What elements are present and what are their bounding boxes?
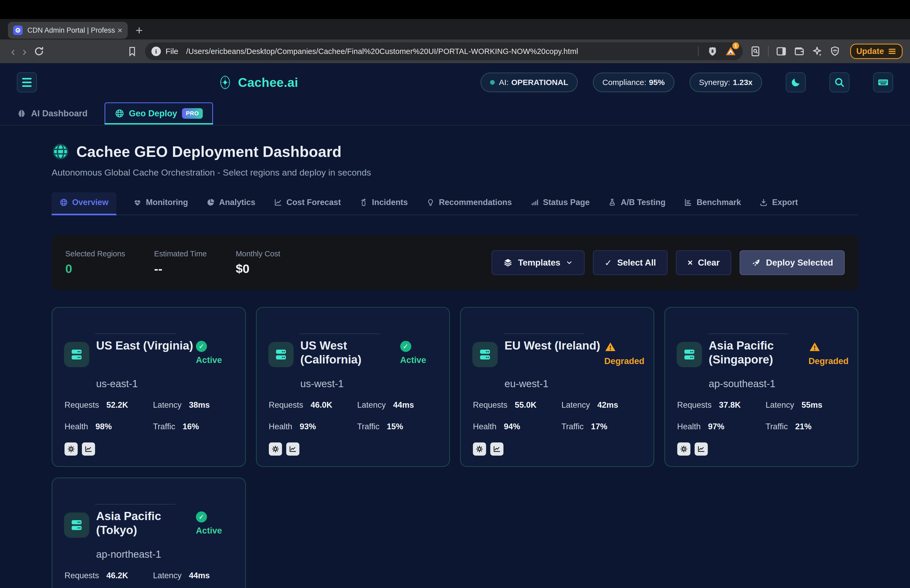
tab-label: Benchmark: [697, 198, 741, 207]
region-stats: Requests46.2K Latency44ms: [65, 571, 235, 580]
search-button[interactable]: [829, 73, 849, 92]
deploy-selected-button[interactable]: Deploy Selected: [740, 250, 845, 275]
warning-icon: [809, 341, 821, 353]
globe-icon: [115, 109, 124, 118]
select-all-button[interactable]: ✓ Select All: [593, 250, 668, 275]
layers-icon: [503, 258, 513, 267]
sidebar-icon[interactable]: [776, 45, 787, 57]
region-settings-button[interactable]: [677, 443, 690, 456]
info-icon[interactable]: i: [151, 47, 161, 56]
hamburger-menu-button[interactable]: [17, 73, 37, 92]
region-card-us-east[interactable]: US East (Virginia) ✓ Active us-east-1 Re…: [52, 307, 246, 467]
orbit-logo-icon: [218, 74, 232, 91]
server-icon: [64, 512, 89, 538]
region-id: ap-southeast-1: [709, 378, 776, 389]
server-icon: [268, 342, 294, 367]
region-stats: Requests55.0K Latency42ms Health94% Traf…: [473, 400, 643, 431]
wallet-icon[interactable]: [794, 45, 805, 57]
browser-tabstrip: CDN Admin Portal | Professiona × +: [0, 19, 910, 39]
tab-incidents[interactable]: Incidents: [358, 192, 409, 215]
server-icon: [677, 342, 702, 367]
tab-label: Cost Forecast: [286, 198, 341, 207]
region-card-us-west[interactable]: US West (California) ✓ Active us-west-1 …: [256, 307, 450, 467]
status-badge: ✓ Active: [400, 341, 426, 365]
download-icon: [760, 198, 768, 207]
region-settings-button[interactable]: [269, 443, 282, 456]
tab-ab-testing[interactable]: A/B Testing: [606, 192, 667, 215]
address-bar[interactable]: i File /Users/ericbeans/Desktop/Companie…: [145, 42, 743, 60]
pro-badge: PRO: [182, 108, 203, 119]
tab-cost-forecast[interactable]: Cost Forecast: [272, 192, 343, 215]
region-card-eu-west[interactable]: EU West (Ireland) Degraded eu-west-1 Req…: [460, 307, 654, 467]
tab-status-page[interactable]: Status Page: [529, 192, 591, 215]
region-analytics-button[interactable]: [82, 443, 95, 456]
nav-label: Geo Deploy: [129, 108, 177, 118]
tab-favicon-icon: [13, 26, 23, 35]
region-card-tokyo[interactable]: Asia Pacific (Tokyo) ✓ Active ap-northea…: [52, 477, 246, 588]
flask-icon: [608, 198, 616, 207]
keyboard-shortcuts-button[interactable]: [873, 73, 893, 92]
nav-item-ai-dashboard[interactable]: AI Dashboard: [17, 108, 88, 118]
templates-button[interactable]: Templates: [491, 250, 585, 275]
browser-tab[interactable]: CDN Admin Portal | Professiona ×: [8, 22, 128, 39]
new-tab-button[interactable]: +: [136, 23, 143, 37]
nav-item-geo-deploy[interactable]: Geo Deploy PRO: [105, 102, 213, 124]
tab-analytics[interactable]: Analytics: [205, 192, 257, 215]
synergy-badge: Synergy:1.23x: [690, 73, 762, 92]
region-name: US East (Virginia): [96, 339, 201, 353]
brave-rewards-icon[interactable]: 1: [725, 45, 737, 57]
brave-shield-icon[interactable]: [707, 46, 718, 57]
region-id: us-west-1: [301, 378, 344, 389]
divider: [698, 46, 698, 57]
update-button[interactable]: Update: [850, 44, 903, 59]
moon-icon: [790, 77, 801, 88]
region-settings-button[interactable]: [473, 443, 486, 456]
rewards-badge: 1: [732, 42, 739, 49]
region-settings-button[interactable]: [65, 443, 78, 456]
tab-title: CDN Admin Portal | Professiona: [27, 26, 115, 34]
region-analytics-button[interactable]: [695, 443, 708, 456]
card-divider: [503, 333, 584, 334]
server-icon: [64, 342, 89, 367]
ai-status-badge: AI:OPERATIONAL: [480, 73, 578, 92]
bookmark-icon[interactable]: [127, 46, 138, 57]
region-analytics-button[interactable]: [490, 443, 503, 456]
close-tab-icon[interactable]: ×: [118, 26, 123, 35]
find-in-page-icon[interactable]: [750, 45, 761, 57]
card-divider: [708, 333, 788, 334]
region-stats: Requests52.2K Latency38ms Health98% Traf…: [65, 400, 235, 431]
selected-regions-stat: Selected Regions 0: [65, 250, 125, 276]
leo-ai-sparkle-icon[interactable]: [811, 45, 823, 57]
app-header: Cachee.ai AI:OPERATIONAL Compliance:95% …: [0, 63, 910, 102]
primary-nav: AI Dashboard Geo Deploy PRO: [0, 102, 910, 126]
url-text[interactable]: /Users/ericbeans/Desktop/Companies/Cache…: [186, 47, 693, 56]
divider: [768, 46, 769, 57]
warning-icon: [604, 341, 616, 353]
tab-benchmark[interactable]: Benchmark: [682, 192, 742, 215]
tab-label: Incidents: [372, 198, 408, 207]
region-analytics-button[interactable]: [286, 443, 299, 456]
status-text: Degraded: [809, 356, 849, 366]
dashboard-tabs: Overview Monitoring Analytics Cost Forec…: [52, 192, 858, 215]
tab-recommendations[interactable]: Recommendations: [425, 192, 514, 215]
tab-label: Monitoring: [146, 198, 188, 207]
reload-icon[interactable]: [34, 46, 45, 57]
tab-overview[interactable]: Overview: [52, 192, 116, 215]
brain-icon: [17, 109, 26, 118]
status-text: Active: [400, 355, 426, 365]
server-icon: [472, 342, 498, 367]
fire-extinguisher-icon: [359, 198, 368, 207]
nav-label: AI Dashboard: [31, 108, 88, 118]
vpn-shield-icon[interactable]: [829, 45, 841, 57]
region-card-singapore[interactable]: Asia Pacific (Singapore) Degraded ap-sou…: [664, 307, 859, 467]
tab-monitoring[interactable]: Monitoring: [132, 192, 189, 215]
globe-icon: [52, 143, 70, 161]
forward-icon[interactable]: ›: [23, 45, 26, 57]
tab-export[interactable]: Export: [758, 192, 799, 215]
heart-pulse-icon: [133, 198, 142, 207]
dark-mode-button[interactable]: [786, 73, 806, 92]
back-icon[interactable]: ‹: [11, 45, 15, 57]
region-stats: Requests46.0K Latency44ms Health93% Traf…: [269, 400, 440, 431]
clear-button[interactable]: × Clear: [676, 250, 731, 275]
search-icon: [834, 77, 845, 88]
